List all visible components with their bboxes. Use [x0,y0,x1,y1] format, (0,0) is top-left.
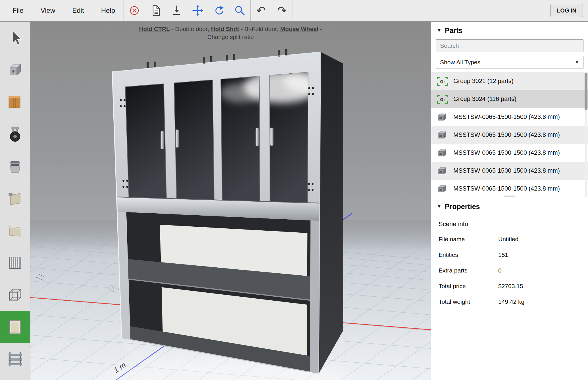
tool-mesh-panel-button[interactable] [0,247,30,279]
property-row: Total price $2703.15 [439,283,581,290]
chevron-down-icon: ▼ [575,60,579,65]
property-label: Total weight [439,298,498,305]
download-button[interactable] [166,0,187,21]
extrusion-icon [436,113,449,122]
right-panel: ▼ Parts Show All Types ▼ Gr Group 3021 (… [431,22,588,380]
group-icon: Gr [436,76,449,86]
svg-text:Gr: Gr [440,79,445,84]
scrollbar-thumb[interactable] [585,73,587,110]
tool-select-button[interactable] [0,22,30,54]
property-label: Extra parts [439,267,498,274]
property-row: Entities 151 [439,251,581,258]
property-label: Total price [439,283,498,290]
document-button[interactable] [145,0,166,21]
part-label: MSSTSW-0065-1500-1500 (423.8 mm) [453,131,560,139]
document-icon [149,4,162,17]
part-list-item[interactable]: Gr Group 3024 (116 parts) [431,90,588,108]
tool-palette [0,22,30,380]
door-panel-icon [6,318,24,336]
login-button[interactable]: LOG IN [550,4,583,17]
redo-icon: ↷ [277,5,287,16]
rotate-icon [212,4,225,17]
properties-panel-header[interactable]: ▼ Properties [431,198,588,215]
tool-door-panel-button[interactable] [0,311,30,343]
tool-caster-button[interactable] [0,118,30,150]
move-icon [191,4,204,17]
extrusion-icon [436,166,449,175]
property-label: File name [439,236,498,243]
part-label: Group 3024 (116 parts) [453,96,516,103]
menu-view[interactable]: View [32,7,64,15]
part-list-item[interactable]: MSSTSW-0065-1500-1500 (423.8 mm) [431,144,588,162]
tool-shelf-unit-button[interactable] [0,343,30,375]
menu-file[interactable]: File [4,7,32,15]
shelf-unit-icon [6,350,24,368]
cursor-icon [6,29,24,47]
group-icon: Gr [436,94,449,104]
scene-info-title: Scene info [439,220,581,228]
3d-scene[interactable]: 1 m [30,22,431,380]
cabinet-model[interactable] [112,49,343,373]
parts-list: Gr Group 3021 (12 parts) Gr Group 3024 (… [431,72,588,198]
property-value: 151 [498,251,508,258]
tool-bracket-panel-button[interactable] [0,182,30,214]
panel-icon [6,222,24,240]
zoom-button[interactable] [229,0,250,21]
svg-text:Gr: Gr [440,97,445,102]
property-value: 149.42 kg [498,298,524,305]
delete-button[interactable] [124,0,145,21]
parts-panel-header[interactable]: ▼ Parts [431,22,588,39]
part-list-item[interactable]: Gr Group 3021 (12 parts) [431,72,588,90]
rotate-button[interactable] [208,0,229,21]
undo-button[interactable]: ↶ [251,0,272,21]
move-button[interactable] [187,0,208,21]
property-value: Untitled [498,236,518,243]
hint-hold-shift: Hold Shift [211,26,239,32]
part-list-item[interactable]: MSSTSW-0065-1500-1500 (423.8 mm) [431,126,588,144]
part-label: MSSTSW-0065-1500-1500 (423.8 mm) [453,185,560,192]
property-label: Entities [439,251,498,258]
mesh-panel-icon [6,254,24,272]
type-filter-dropdown[interactable]: Show All Types ▼ [436,56,583,69]
tool-panel-button[interactable] [0,214,30,247]
part-label: MSSTSW-0065-1500-1500 (423.8 mm) [453,149,560,156]
toolbar-divider [293,0,293,21]
search-icon [233,4,246,17]
tool-bin-button[interactable] [0,150,30,182]
collapse-triangle-icon: ▼ [437,204,441,209]
bracket-panel-icon [6,189,24,208]
part-label: MSSTSW-0065-1500-1500 (423.8 mm) [453,167,560,174]
property-value: 0 [498,267,502,274]
hint-hold-ctrl: Hold CTRL [139,26,170,32]
search-input[interactable] [436,39,583,52]
part-label: Group 3021 (12 parts) [453,78,514,85]
tool-wood-panel-button[interactable] [0,86,30,118]
hint-mouse-wheel: Mouse Wheel [280,26,318,32]
menu-help[interactable]: Help [93,7,124,15]
part-label: MSSTSW-0065-1500-1500 (423.8 mm) [453,113,560,121]
part-list-item[interactable]: MSSTSW-0065-1500-1500 (423.8 mm) [431,108,588,126]
menu-edit[interactable]: Edit [64,7,92,15]
part-list-item[interactable]: MSSTSW-0065-1500-1500 (423.8 mm) [431,162,588,180]
scene-info-section: Scene info File name Untitled Entities 1… [431,215,588,319]
bin-icon [6,157,24,175]
caster-wheel-icon [6,125,24,143]
undo-icon: ↶ [256,5,266,16]
properties-panel-title: Properties [445,203,480,211]
panel-resize-handle[interactable] [504,194,515,198]
viewport-3d[interactable]: 1 m Hold CTRL - Double door; Hold Shift … [30,22,431,380]
viewport-hint: Hold CTRL - Double door; Hold Shift - Bi… [30,25,431,41]
delete-icon [128,4,141,17]
wood-panel-icon [6,93,24,111]
hint-text-2: - Bi-Fold door; [239,26,280,32]
collapse-triangle-icon: ▼ [437,28,441,33]
redo-button[interactable]: ↷ [272,0,293,21]
tool-frame-cube-button[interactable] [0,279,30,311]
tool-extrusion-button[interactable] [0,54,30,86]
property-value: $2703.15 [498,283,523,290]
type-filter-value: Show All Types [440,59,480,66]
property-row: File name Untitled [439,236,581,243]
parts-scrollbar[interactable] [585,73,587,197]
extrusion-icon [436,148,449,158]
parts-panel-title: Parts [445,26,463,35]
